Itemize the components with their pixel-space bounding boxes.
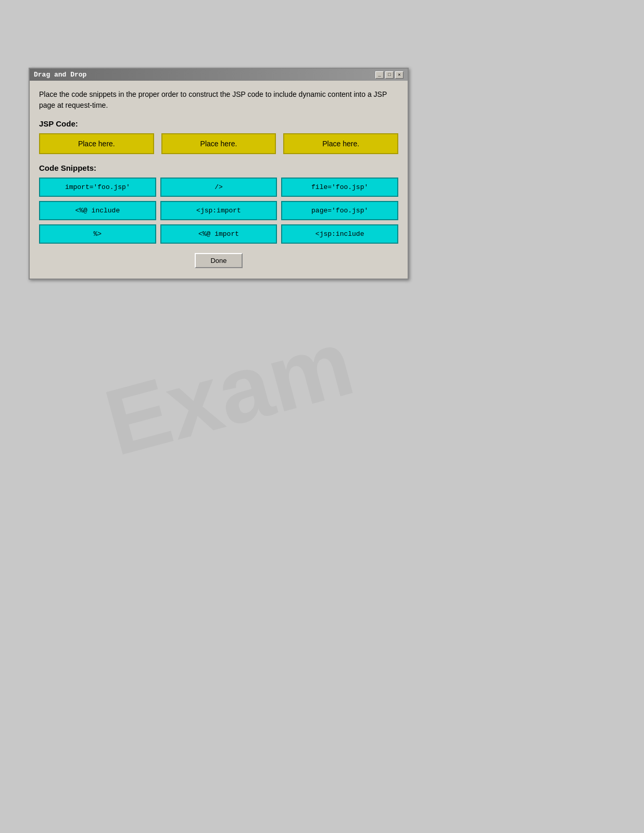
drop-zone-1[interactable]: Place here.	[39, 133, 154, 154]
snippet-4[interactable]: <jsp:import	[160, 201, 277, 220]
snippet-5[interactable]: page='foo.jsp'	[281, 201, 398, 220]
done-row: Done	[39, 253, 398, 268]
window-body: Place the code snippets in the proper or…	[30, 81, 408, 279]
snippet-8[interactable]: <jsp:include	[281, 224, 398, 244]
minimize-button[interactable]: _	[375, 71, 384, 79]
snippet-3[interactable]: <%@ include	[39, 201, 156, 220]
snippets-label: Code Snippets:	[39, 163, 398, 172]
snippet-0[interactable]: import='foo.jsp'	[39, 178, 156, 197]
maximize-button[interactable]: □	[385, 71, 394, 79]
drop-zone-2[interactable]: Place here.	[161, 133, 276, 154]
window-controls: _ □ ✕	[375, 71, 403, 79]
drop-zone-2-label: Place here.	[200, 140, 237, 148]
jsp-code-label: JSP Code:	[39, 119, 398, 128]
drop-zone-3-label: Place here.	[322, 140, 359, 148]
drop-zone-3[interactable]: Place here.	[283, 133, 398, 154]
drag-drop-window: Drag and Drop _ □ ✕ Place the code snipp…	[29, 68, 409, 280]
title-bar: Drag and Drop _ □ ✕	[30, 69, 408, 81]
done-button[interactable]: Done	[195, 253, 242, 268]
snippet-7[interactable]: <%@ import	[160, 224, 277, 244]
watermark: Exam	[94, 308, 364, 476]
drop-zone-1-label: Place here.	[78, 140, 115, 148]
window-title: Drag and Drop	[34, 71, 86, 79]
snippet-2[interactable]: file='foo.jsp'	[281, 178, 398, 197]
drop-zone-row: Place here. Place here. Place here.	[39, 133, 398, 154]
snippet-1[interactable]: />	[160, 178, 277, 197]
close-button[interactable]: ✕	[395, 71, 403, 79]
description-text: Place the code snippets in the proper or…	[39, 89, 398, 111]
snippet-6[interactable]: %>	[39, 224, 156, 244]
snippets-grid: import='foo.jsp' /> file='foo.jsp' <%@ i…	[39, 178, 398, 244]
